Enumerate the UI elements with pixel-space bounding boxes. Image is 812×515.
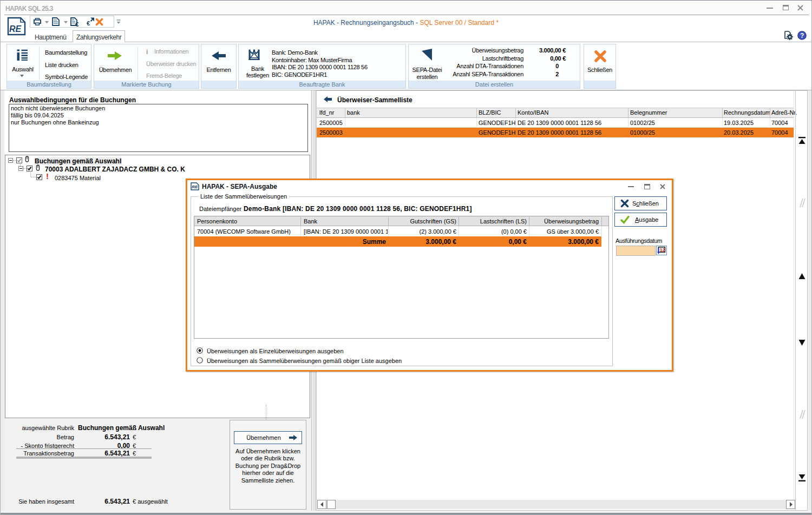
svg-text:12: 12 xyxy=(660,247,665,253)
svg-text:?: ? xyxy=(800,32,804,39)
svg-text:RE: RE xyxy=(192,184,198,189)
